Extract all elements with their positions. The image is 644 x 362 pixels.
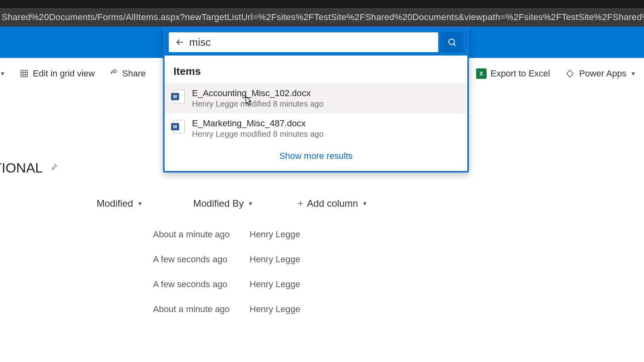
svg-rect-0 [21, 70, 28, 77]
result-subtitle: Henry Legge modified 8 minutes ago [192, 99, 324, 109]
row-name [0, 254, 56, 265]
row-modified-by: Henry Legge [250, 279, 354, 290]
add-column-button[interactable]: + Add column ▼ [298, 198, 402, 209]
row-modified-by: Henry Legge [250, 229, 354, 240]
pin-icon[interactable] [50, 163, 58, 173]
column-modified[interactable]: Modified ▼ [97, 198, 193, 209]
search-result-item[interactable]: W E_Accounting_Misc_102.docx Henry Legge… [165, 83, 467, 113]
export-excel-label: Export to Excel [491, 68, 550, 79]
add-column-label: Add column [307, 198, 358, 209]
column-modified-label: Modified [97, 198, 133, 209]
upload-button[interactable]: load ▼ [0, 68, 5, 79]
row-modified: A few seconds ago [153, 279, 250, 290]
edit-grid-view-button[interactable]: Edit in grid view [20, 68, 95, 79]
chevron-down-icon: ▼ [0, 70, 5, 77]
row-modified: About a minute ago [153, 229, 250, 240]
table-row[interactable]: g About a minute ago Henry Legge [0, 222, 644, 247]
column-modified-by[interactable]: Modified By ▼ [193, 198, 298, 209]
row-modified-by: Henry Legge [250, 254, 354, 265]
share-label: Share [122, 68, 146, 79]
table-row[interactable]: A few seconds ago Henry Legge [0, 272, 644, 297]
row-name [0, 304, 56, 315]
power-apps-label: Power Apps [579, 68, 626, 79]
results-heading: Items [165, 63, 467, 83]
chevron-down-icon: ▼ [248, 200, 253, 207]
chevron-down-icon: ▼ [137, 200, 143, 207]
power-apps-button[interactable]: Power Apps ▼ [565, 68, 636, 79]
row-modified-by: Henry Legge [250, 304, 354, 315]
row-modified: A few seconds ago [153, 254, 250, 265]
row-modified: About a minute ago [153, 304, 250, 315]
search-results: Items W E_Accounting_Misc_102.docx Henry… [165, 56, 467, 171]
svg-point-5 [449, 39, 454, 45]
library-title: nses - TRADITIONAL [0, 160, 58, 176]
share-icon [109, 68, 118, 79]
column-headers: Modified ▼ Modified By ▼ + Add column ▼ [0, 198, 644, 209]
url-text: Shared%20Documents/Forms/AllItems.aspx?n… [2, 12, 644, 22]
search-result-item[interactable]: W E_Marketing_Misc_487.docx Henry Legge … [165, 113, 467, 144]
grid-icon [20, 69, 29, 78]
chevron-down-icon: ▼ [362, 200, 368, 207]
share-button[interactable]: Share [109, 68, 146, 79]
search-suggestions-panel: Items W E_Accounting_Misc_102.docx Henry… [163, 27, 469, 173]
svg-line-6 [454, 44, 456, 46]
row-name [0, 279, 56, 290]
table-row[interactable]: A few seconds ago Henry Legge [0, 247, 644, 272]
export-excel-button[interactable]: X Export to Excel [476, 68, 550, 79]
result-subtitle: Henry Legge modified 8 minutes ago [192, 130, 324, 139]
search-bar [165, 28, 467, 56]
search-back-button[interactable] [173, 35, 187, 49]
column-modified-by-label: Modified By [193, 198, 244, 209]
result-title: E_Accounting_Misc_102.docx [192, 88, 324, 99]
search-input-container [169, 32, 438, 52]
row-name: g [0, 229, 56, 240]
word-doc-icon: W [173, 120, 185, 134]
chevron-down-icon: ▼ [630, 70, 636, 77]
power-apps-icon [565, 68, 575, 79]
excel-icon: X [476, 68, 487, 79]
document-rows: g About a minute ago Henry Legge A few s… [0, 222, 644, 322]
result-title: E_Marketing_Misc_487.docx [192, 118, 324, 129]
browser-url-bar[interactable]: Shared%20Documents/Forms/AllItems.aspx?n… [0, 8, 644, 27]
table-row[interactable]: About a minute ago Henry Legge [0, 297, 644, 322]
library-title-text: nses - TRADITIONAL [0, 160, 43, 176]
word-doc-icon: W [173, 90, 185, 103]
search-submit-button[interactable] [441, 32, 463, 52]
edit-grid-label: Edit in grid view [33, 68, 95, 79]
plus-icon: + [298, 198, 303, 209]
search-input[interactable] [187, 36, 434, 49]
show-more-results[interactable]: Show more results [165, 144, 467, 164]
browser-tab-strip [0, 0, 644, 8]
